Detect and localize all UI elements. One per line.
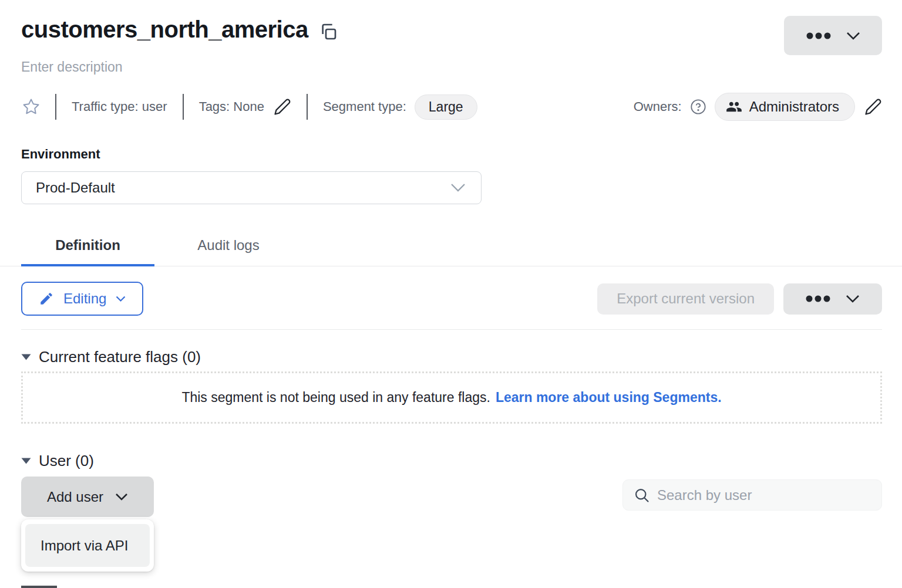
- owners-label: Owners:: [634, 99, 682, 114]
- definition-actions-menu-button[interactable]: [783, 283, 882, 315]
- menu-item-import-via-api[interactable]: Import via API: [25, 524, 150, 567]
- chevron-down-icon: [115, 493, 128, 501]
- editing-status-label: Editing: [63, 290, 106, 307]
- tags-label: Tags: None: [199, 99, 264, 114]
- help-icon[interactable]: [690, 99, 706, 115]
- owners-badge[interactable]: Administrators: [715, 93, 855, 121]
- search-icon: [634, 487, 650, 503]
- tabbar: Definition Audit logs: [0, 228, 902, 266]
- learn-more-link[interactable]: Learn more about using Segments.: [496, 390, 722, 405]
- user-heading: User (0): [39, 452, 94, 470]
- ellipsis-icon: [806, 295, 830, 302]
- page-title: customers_north_america: [21, 16, 308, 43]
- add-user-button[interactable]: Add user: [21, 477, 154, 517]
- editing-status-button[interactable]: Editing: [21, 282, 143, 316]
- feature-flags-section: Current feature flags (0) This segment i…: [21, 348, 882, 424]
- triangle-down-icon: [21, 458, 31, 464]
- meta-row: Traffic type: user Tags: None Segment ty…: [21, 93, 882, 121]
- page-header: customers_north_america Enter descriptio…: [0, 0, 902, 204]
- add-user-label: Add user: [47, 489, 103, 505]
- feature-flags-section-toggle[interactable]: Current feature flags (0): [21, 348, 201, 366]
- page-actions-menu-button[interactable]: [784, 16, 882, 55]
- definition-toolbar: Editing Export current version: [21, 282, 882, 316]
- user-toolbar: Add user Import via API: [21, 477, 882, 572]
- edit-tags-icon[interactable]: [274, 98, 291, 116]
- divider: [183, 94, 184, 120]
- owners-value: Administrators: [749, 99, 839, 115]
- export-button[interactable]: Export current version: [597, 283, 774, 315]
- segment-type-badge: Large: [415, 94, 477, 120]
- feature-flags-empty-state: This segment is not being used in any fe…: [21, 371, 882, 424]
- pencil-icon: [39, 291, 54, 306]
- export-button-label: Export current version: [617, 290, 755, 307]
- add-user-dropdown: Add user Import via API: [21, 477, 154, 572]
- ellipsis-icon: [806, 32, 831, 39]
- star-icon[interactable]: [22, 98, 40, 116]
- tab-definition[interactable]: Definition: [21, 228, 154, 266]
- user-section-toggle[interactable]: User (0): [21, 452, 94, 470]
- title-row: customers_north_america: [21, 0, 882, 43]
- triangle-down-icon: [21, 354, 31, 360]
- copy-icon-glyph: [319, 22, 338, 41]
- segment-type-label: Segment type:: [323, 99, 406, 114]
- cutoff-element: [21, 586, 57, 588]
- tab-audit-logs-label: Audit logs: [197, 237, 259, 253]
- search-by-user: [622, 479, 882, 511]
- copy-icon[interactable]: [319, 22, 338, 41]
- description-field[interactable]: Enter description: [21, 59, 123, 75]
- environment-select[interactable]: Prod-Default: [21, 171, 482, 204]
- traffic-type-label: Traffic type: user: [72, 99, 167, 114]
- user-section: User (0) Add user Import via API: [21, 452, 882, 572]
- divider: [21, 329, 882, 330]
- add-user-menu: Import via API: [21, 519, 154, 572]
- divider: [55, 94, 56, 120]
- segment-detail-page: customers_north_america Enter descriptio…: [0, 0, 902, 588]
- tab-audit-logs[interactable]: Audit logs: [154, 228, 302, 266]
- people-icon: [726, 99, 742, 115]
- tab-definition-label: Definition: [55, 237, 120, 253]
- chevron-down-icon: [846, 32, 860, 40]
- chevron-down-icon: [846, 295, 860, 303]
- divider: [307, 94, 308, 120]
- chevron-down-icon: [450, 183, 466, 192]
- environment-label: Environment: [21, 147, 882, 162]
- definition-panel: Editing Export current version: [0, 282, 902, 572]
- edit-owners-icon[interactable]: [864, 98, 882, 116]
- feature-flags-heading: Current feature flags (0): [39, 348, 201, 366]
- search-input[interactable]: [657, 487, 871, 503]
- empty-state-text: This segment is not being used in any fe…: [181, 390, 490, 405]
- chevron-down-icon: [116, 296, 126, 302]
- environment-selected-value: Prod-Default: [36, 180, 115, 196]
- toolbar-right: Export current version: [597, 283, 882, 315]
